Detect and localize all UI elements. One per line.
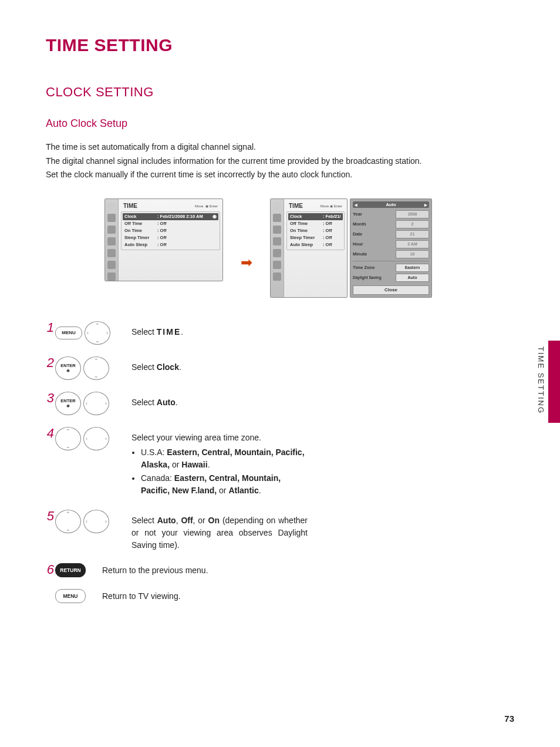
menu-row-sleeptimer[interactable]: Sleep Timer: Off [123,234,218,241]
chevron-down-icon: ⌄ [94,373,99,379]
step-6: 6 RETURN Return to the previous menu. [46,563,514,577]
step-number: 6 [46,563,54,576]
page-number: 73 [504,714,514,724]
step-text: Return to TV viewing. [102,589,278,603]
clock-icon [107,202,116,210]
menu-row-sleeptimer[interactable]: Sleep Timer: Off [288,234,343,241]
menu-icon [273,249,281,257]
osd-sidebar [105,199,119,281]
menu-row-ontime[interactable]: On Time: Off [123,227,218,234]
field-minute[interactable]: Minute10 [353,250,429,258]
field-date[interactable]: Date21 [353,230,429,238]
chevron-left-icon: ‹ [87,330,89,336]
screenshots-row: TIME Move ◉ Enter Clock : Feb/21/2008 2:… [104,198,514,298]
step-4: 4 ⌃ ⌄ ‹ › Select your viewing area time … [46,427,514,498]
step-text: Select Auto, Off, or On (depending on wh… [131,510,308,551]
menu-icon [107,237,116,245]
menu-row-clock[interactable]: Clock: Feb/21/ [288,213,343,220]
chevron-left-icon: ‹ [86,401,87,406]
menu-icon [273,261,281,269]
chevron-right-icon: › [105,401,107,406]
menu-button[interactable]: MENU [55,589,86,603]
intro-line-3: Set the clock manually if the current ti… [46,169,514,181]
dpad-leftright-icon[interactable]: ‹ › [83,392,109,415]
menu-icon [107,214,116,222]
menu-list: Clock : Feb/21/2008 2:10 AM ◉ Off Time: … [121,211,220,250]
step-5: 5 ⌃ ⌄ ‹ › Select Auto, Off, or On (depen… [46,510,514,551]
menu-icon [107,272,116,281]
arrow-right-icon: ➡ [241,254,252,271]
chevron-up-icon: ⌃ [66,428,70,434]
menu-icon [273,226,281,234]
menu-icon [273,272,281,281]
menu-row-autosleep[interactable]: Auto Sleep: Off [288,241,343,248]
steps-list: 1 MENU ⌃ ⌄ ‹ › Select TIME. 2 [46,321,514,603]
step-text: Return to the previous menu. [102,563,278,577]
enter-button[interactable]: ENTER◉ [55,392,81,415]
menu-row-offtime[interactable]: Off Time: Off [123,220,218,227]
panel-title: TIME [123,203,137,209]
menu-row-offtime[interactable]: Off Time: Off [288,220,343,227]
chevron-up-icon: ⌃ [95,322,100,328]
step-3: 3 ENTER◉ ‹ › Select Auto. [46,392,514,415]
field-month[interactable]: Month2 [353,220,429,228]
menu-icon [107,261,116,269]
chevron-left-icon: ‹ [86,436,87,442]
intro-text: The time is set automatically from a dig… [46,142,514,181]
menu-row-ontime[interactable]: On Time: Off [288,227,343,234]
subsection-title: Auto Clock Setup [46,117,514,130]
field-hour[interactable]: Hour2 AM [353,240,429,248]
intro-line-2: The digital channel signal includes info… [46,156,514,167]
step-text: Select Auto. [131,392,308,409]
chevron-up-icon: ⌃ [66,511,70,517]
field-daylight-saving[interactable]: Daylight SavingAuto [353,274,429,282]
step-text: Select your viewing area time zone. U.S.… [131,427,308,498]
panel-title: TIME [289,203,303,209]
tz-usa: U.S.A: Eastern, Central, Mountain, Pacif… [141,446,308,471]
chevron-right-icon: › [105,436,107,442]
chevron-right-icon: › [106,330,108,336]
chevron-down-icon: ⌄ [66,443,70,449]
menu-icon [107,226,116,234]
dpad-icon[interactable]: ⌃ ⌄ ‹ › [85,321,110,345]
chevron-down-icon: ⌄ [95,338,100,344]
dpad-leftright-icon[interactable]: ‹ › [83,427,109,450]
side-tab-label: TIME SETTING [537,346,545,414]
osd-screen-after: TIME Move ◉ Enter Clock: Feb/21/ Off Tim… [270,198,348,298]
page-title: TIME SETTING [46,35,514,55]
enter-button[interactable]: ENTER◉ [55,356,81,380]
clock-icon [273,202,281,210]
chevron-left-icon: ‹ [86,519,87,524]
side-tab-marker [548,341,560,423]
close-button[interactable]: Close [353,285,429,295]
field-timezone[interactable]: Time ZoneEastern [353,264,429,272]
triangle-left-icon: ◀ [355,203,357,207]
step-menu: MENU Return to TV viewing. [46,589,514,603]
step-text: Select Clock. [131,356,308,374]
menu-icon [273,214,281,222]
dpad-leftright-icon[interactable]: ‹ › [83,510,109,533]
dpad-updown-icon[interactable]: ⌃ ⌄ [55,427,81,450]
dpad-updown-icon[interactable]: ⌃ ⌄ [83,356,109,380]
auto-selector[interactable]: ◀ Auto ▶ [353,201,429,208]
return-button[interactable]: RETURN [55,563,86,577]
step-number: 3 [46,392,54,405]
field-year[interactable]: Year2008 [353,210,429,218]
dpad-updown-icon[interactable]: ⌃ ⌄ [55,510,81,533]
intro-line-1: The time is set automatically from a dig… [46,142,514,153]
chevron-right-icon: › [105,519,107,524]
menu-row-clock[interactable]: Clock : Feb/21/2008 2:10 AM ◉ [123,213,218,220]
step-number: 2 [46,356,54,369]
menu-icon [273,237,281,245]
menu-row-autosleep[interactable]: Auto Sleep: Off [123,241,218,248]
tz-canada: Canada: Eastern, Central, Mountain, Paci… [141,472,308,497]
menu-button[interactable]: MENU [55,327,82,339]
step-2: 2 ENTER◉ ⌃ ⌄ Select Clock. [46,356,514,380]
step-text: Select TIME. [131,321,308,338]
osd-sidebar [271,199,284,297]
step-number: 1 [46,321,54,334]
osd-screen-after-group: TIME Move ◉ Enter Clock: Feb/21/ Off Tim… [270,198,432,298]
clock-detail-panel: ◀ Auto ▶ Year2008 Month2 Date21 Hour2 AM… [350,198,432,298]
step-1: 1 MENU ⌃ ⌄ ‹ › Select TIME. [46,321,514,345]
section-title: CLOCK SETTING [46,85,514,100]
